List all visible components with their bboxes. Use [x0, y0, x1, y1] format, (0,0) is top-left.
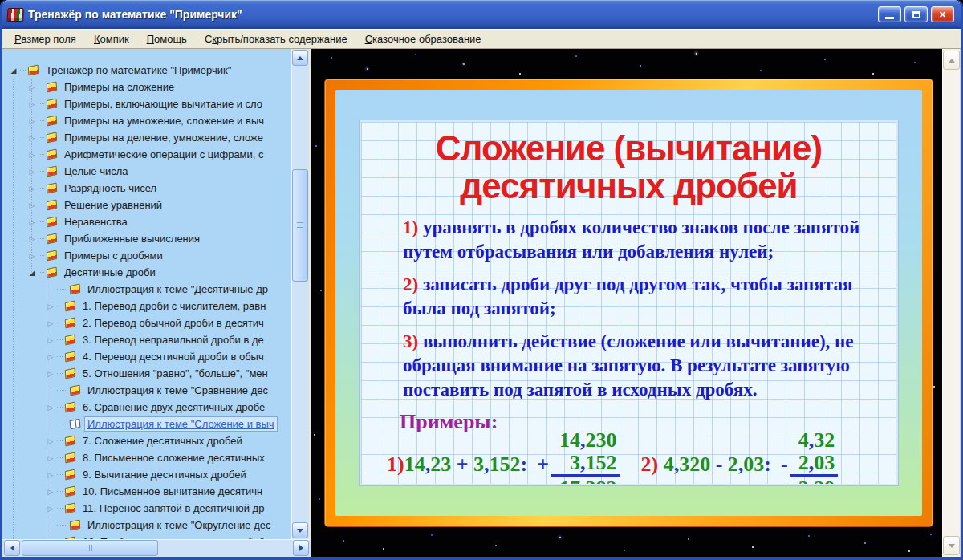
- tree-item-label[interactable]: Иллюстрация к теме "Десятичные др: [85, 282, 270, 296]
- scrollbar-thumb[interactable]: [22, 540, 158, 556]
- tree-item-label[interactable]: Примеры с дробями: [62, 249, 165, 262]
- calc-operand-row: 3,152: [570, 452, 617, 473]
- step-text: уравнять в дробях количество знаков посл…: [403, 217, 859, 262]
- tree-item[interactable]: ▷ 4. Перевод десятичной дроби в обыч: [2, 348, 293, 365]
- tree-item[interactable]: ▷ 11. Перенос запятой в десятичной др: [2, 500, 293, 517]
- tree-item[interactable]: ◢ Тренажёр по математике "Примерчик": [2, 62, 293, 79]
- tree-item-label[interactable]: 1. Перевод дроби с числителем, равн: [80, 299, 268, 313]
- book-icon: [65, 436, 75, 447]
- scroll-left-button[interactable]: [4, 540, 20, 556]
- tree-item[interactable]: ▷ Решение уравнений: [2, 197, 293, 213]
- tree-item-label[interactable]: Тренажёр по математике "Примерчик": [43, 63, 234, 77]
- tree-item[interactable]: ▷ 12. Приближение десятичных дробей: [2, 534, 293, 539]
- calc-operand-row: 4,32: [798, 429, 835, 451]
- scroll-down-button[interactable]: [943, 536, 960, 555]
- tree-item-label[interactable]: Иллюстрация к теме "Сложение и выч: [85, 417, 277, 431]
- tree-item-label[interactable]: 7. Сложение десятичных дробей: [80, 434, 245, 448]
- minimize-button[interactable]: [878, 6, 901, 22]
- menu-item[interactable]: Размер поля: [6, 30, 85, 47]
- tree-item[interactable]: ▷ 5. Отношения "равно", "больше", "мен: [2, 365, 293, 382]
- tree-item-label[interactable]: Арифметические операции с цифрами, с: [62, 148, 266, 161]
- scroll-up-button[interactable]: [943, 51, 960, 70]
- operator-sign: -: [781, 453, 788, 475]
- close-button[interactable]: ×: [931, 6, 954, 22]
- tree-item-label[interactable]: Иллюстрация к теме "Округление дес: [85, 518, 274, 532]
- app-window: Тренажёр по математике "Примерчик" × Раз…: [0, 0, 963, 560]
- tree-item[interactable]: ▷ 6. Сравнение двух десятичных дробе: [2, 399, 293, 416]
- tree-item[interactable]: ▷ 8. Письменное сложение десятичных: [2, 449, 293, 466]
- tree-item-label[interactable]: Примеры на деление, умножение, сложе: [62, 131, 266, 144]
- tree-item[interactable]: ▷ 7. Сложение десятичных дробей: [2, 432, 293, 449]
- maximize-button[interactable]: [904, 6, 928, 22]
- scroll-down-button[interactable]: [292, 522, 308, 538]
- example-number: 1): [387, 452, 404, 476]
- menu-item[interactable]: Сказочное образование: [356, 30, 490, 47]
- book-icon: [65, 335, 75, 346]
- tree-item-label[interactable]: 8. Письменное сложение десятичных: [80, 451, 267, 465]
- tree-item-label[interactable]: Решение уравнений: [62, 198, 165, 212]
- tree-item[interactable]: ▷ Примеры с дробями: [2, 247, 293, 264]
- tree-item-label[interactable]: 5. Отношения "равно", "больше", "мен: [80, 367, 270, 380]
- tree-item[interactable]: ▷ Примеры на сложение: [2, 79, 293, 95]
- book-icon: [65, 368, 75, 379]
- tree-item-label[interactable]: Приближенные вычисления: [62, 232, 202, 246]
- tree-item[interactable]: ▷ Примеры, включающие вычитание и сло: [2, 95, 293, 112]
- tree-item[interactable]: Иллюстрация к теме "Десятичные др: [2, 281, 293, 298]
- tree-item[interactable]: ▷ Примеры на деление, умножение, сложе: [2, 129, 293, 146]
- tree-item-label[interactable]: 6. Сравнение двух десятичных дробе: [80, 400, 267, 414]
- tree-item[interactable]: ▷ 3. Перевод неправильной дроби в де: [2, 331, 293, 348]
- menu-item[interactable]: Компик: [85, 30, 138, 47]
- contents-tree: ◢ Тренажёр по математике "Примерчик" ▷ П…: [2, 49, 293, 539]
- menu-item[interactable]: Скрыть/показать содержание: [196, 30, 356, 47]
- tree-item[interactable]: ▷ Приближенные вычисления: [2, 230, 293, 247]
- tree-item[interactable]: Иллюстрация к теме "Сложение и выч: [2, 416, 293, 432]
- main-vertical-scrollbar[interactable]: [942, 49, 961, 557]
- tree-connector: [39, 120, 44, 121]
- tree-item[interactable]: ▷ 10. Письменное вычитание десятичн: [2, 483, 293, 500]
- example-expr-text: 4,320 - 2,03:: [658, 452, 771, 476]
- tree-connector: [39, 137, 44, 138]
- tree-item[interactable]: ▷ Примеры на умножение, сложение и выч: [2, 112, 293, 129]
- tree-item[interactable]: ▷ 2. Перевод обычной дроби в десятич: [2, 314, 293, 331]
- instruction-steps: 1) уравнять в дробях количество знаков п…: [361, 216, 896, 401]
- scroll-right-button[interactable]: [293, 540, 309, 556]
- tree-item[interactable]: ▷ 1. Перевод дроби с числителем, равн: [2, 298, 293, 314]
- tree-horizontal-scrollbar[interactable]: [2, 539, 311, 557]
- step-number: 1): [403, 217, 418, 237]
- tree-item[interactable]: Иллюстрация к теме "Сравнение дес: [2, 382, 293, 399]
- tree-vertical-scrollbar[interactable]: [291, 49, 309, 539]
- tree-item-label[interactable]: 11. Перенос запятой в десятичной др: [80, 501, 266, 515]
- tree-item-label[interactable]: 3. Перевод неправильной дроби в де: [80, 333, 266, 347]
- tree-connector: [39, 205, 44, 205]
- tree-item-label[interactable]: Примеры на умножение, сложение и выч: [62, 114, 266, 128]
- maximize-icon: [912, 11, 920, 18]
- tree-item-label[interactable]: 9. Вычитание десятичных дробей: [80, 468, 249, 481]
- tree-item-label[interactable]: 10. Письменное вычитание десятичн: [80, 485, 265, 498]
- scroll-up-button[interactable]: [292, 50, 308, 66]
- tree-item[interactable]: Иллюстрация к теме "Округление дес: [2, 517, 293, 534]
- tree-item-label[interactable]: Иллюстрация к теме "Сравнение дес: [85, 383, 270, 397]
- menu-item[interactable]: Помощь: [138, 30, 196, 47]
- step-text: записать дроби друг под другом так, чтоб…: [403, 274, 852, 319]
- tree-item[interactable]: ▷ Целые числа: [2, 163, 293, 180]
- tree-item-label[interactable]: Десятичные дроби: [62, 266, 158, 279]
- tree-item-label[interactable]: Примеры, включающие вычитание и сло: [62, 97, 265, 111]
- tree-item-label[interactable]: 4. Перевод десятичной дроби в обыч: [80, 350, 266, 363]
- tree-item[interactable]: ▷ 9. Вычитание десятичных дробей: [2, 466, 293, 483]
- scrollbar-thumb[interactable]: [292, 169, 308, 282]
- tree-item[interactable]: ▷ Неравенства: [2, 213, 293, 230]
- tree-item-label[interactable]: Примеры на сложение: [62, 80, 177, 94]
- arrow-up-icon: [949, 55, 955, 63]
- tree-item[interactable]: ◢ Десятичные дроби: [2, 264, 293, 281]
- tree-item[interactable]: ▷ Разрядность чисел: [2, 180, 293, 197]
- tree-item-label[interactable]: Целые числа: [62, 164, 131, 178]
- window-controls: ×: [878, 6, 954, 22]
- expand-arrow-icon[interactable]: ◢: [11, 67, 17, 75]
- tree-item-label[interactable]: Неравенства: [62, 215, 130, 229]
- tree-item-label[interactable]: Разрядность чисел: [62, 181, 159, 195]
- tree-item-label[interactable]: 2. Перевод обычной дроби в десятич: [80, 316, 266, 330]
- tree-connector: [20, 70, 26, 71]
- tree-item[interactable]: ▷ Арифметические операции с цифрами, с: [2, 146, 293, 163]
- app-books-icon: [6, 8, 23, 22]
- instruction-step: 3) выполнить действие (сложение или вычи…: [403, 330, 877, 402]
